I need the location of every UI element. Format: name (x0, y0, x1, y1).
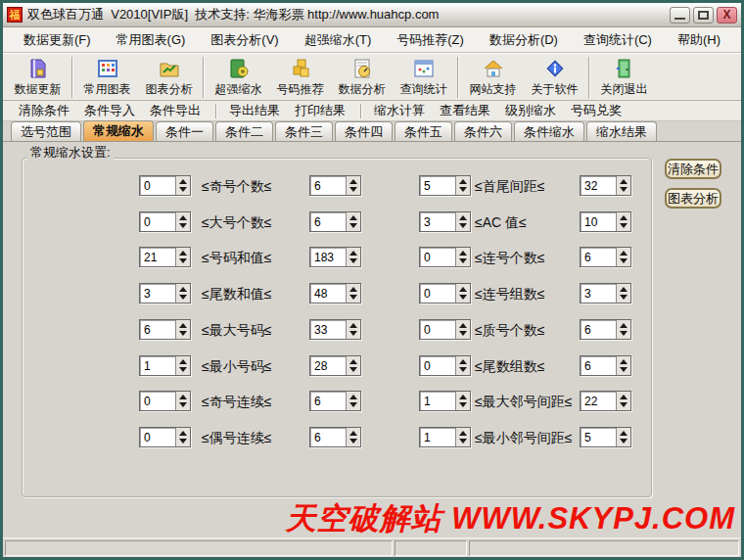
spinner-arrows[interactable] (455, 176, 470, 195)
spin-down-icon[interactable] (459, 187, 467, 192)
number-redeem-button[interactable]: 号码兑奖 (565, 101, 628, 120)
spin-down-icon[interactable] (459, 295, 467, 300)
shrink-calculate-button[interactable]: 缩水计算 (368, 101, 431, 120)
min-spinner[interactable]: 1 (419, 391, 471, 411)
menu-number-recommend[interactable]: 号码推荐(Z) (384, 28, 477, 52)
min-spinner[interactable]: 0 (419, 283, 471, 303)
spin-up-icon[interactable] (459, 251, 467, 256)
maximize-button[interactable] (693, 7, 714, 23)
number-recommend-button[interactable]: 号码推荐 (269, 55, 331, 100)
tab-shrink-results[interactable]: 缩水结果 (586, 121, 657, 141)
menu-chart-analysis[interactable]: 图表分析(V) (198, 28, 291, 52)
max-spinner[interactable]: 3 (580, 283, 631, 303)
chart-analysis-side-button[interactable]: 图表分析 (665, 188, 721, 209)
min-spinner[interactable]: 3 (419, 211, 471, 232)
spin-down-icon[interactable] (620, 367, 628, 372)
export-results-button[interactable]: 导出结果 (223, 101, 286, 120)
spin-up-icon[interactable] (620, 431, 628, 436)
spin-up-icon[interactable] (459, 179, 467, 184)
spin-down-icon[interactable] (620, 439, 628, 443)
spin-down-icon[interactable] (620, 295, 628, 300)
spin-up-icon[interactable] (620, 251, 628, 256)
spin-down-icon[interactable] (620, 223, 628, 228)
spin-down-icon[interactable] (459, 223, 467, 228)
spin-down-icon[interactable] (459, 258, 467, 263)
max-spinner[interactable]: 10 (580, 211, 631, 232)
exit-button[interactable]: 关闭退出 (593, 55, 655, 100)
website-support-button[interactable]: 网站支持 (462, 55, 524, 100)
spin-up-icon[interactable] (459, 323, 467, 328)
spin-down-icon[interactable] (459, 439, 467, 443)
tab-condition-6[interactable]: 条件六 (454, 121, 512, 141)
data-analysis-button[interactable]: 数据分析 (331, 55, 393, 100)
tab-normal-shrink[interactable]: 常规缩水 (83, 120, 154, 141)
close-button[interactable]: X (717, 7, 737, 23)
spinner-arrows[interactable] (616, 428, 630, 446)
spinner-arrows[interactable] (455, 248, 470, 266)
spinner-arrows[interactable] (455, 356, 470, 375)
spin-down-icon[interactable] (459, 402, 467, 407)
spinner-arrows[interactable] (616, 176, 630, 195)
print-results-button[interactable]: 打印结果 (289, 101, 351, 120)
menu-data-update[interactable]: 数据更新(F) (11, 28, 104, 52)
tab-condition-1[interactable]: 条件一 (156, 121, 213, 141)
common-charts-button[interactable]: 常用图表 (76, 55, 138, 100)
spinner-arrows[interactable] (616, 356, 630, 375)
level-shrink-button[interactable]: 级别缩水 (499, 101, 562, 120)
spinner-arrows[interactable] (455, 392, 470, 410)
menu-super-shrink[interactable]: 超强缩水(T) (292, 28, 385, 52)
super-shrink-button[interactable]: 超强缩水 (208, 55, 269, 100)
tab-select-range[interactable]: 选号范围 (11, 121, 81, 141)
chart-analysis-button[interactable]: 图表分析 (138, 55, 200, 100)
spin-down-icon[interactable] (620, 258, 628, 263)
max-spinner[interactable]: 22 (580, 391, 631, 411)
spin-up-icon[interactable] (620, 287, 628, 292)
clear-conditions-button[interactable]: 清除条件 (13, 101, 75, 120)
spinner-arrows[interactable] (455, 284, 470, 303)
spin-up-icon[interactable] (620, 179, 628, 184)
spinner-arrows[interactable] (616, 212, 630, 231)
tab-condition-2[interactable]: 条件二 (215, 121, 273, 141)
spin-up-icon[interactable] (459, 287, 467, 292)
max-spinner[interactable]: 6 (580, 319, 631, 340)
spin-up-icon[interactable] (620, 323, 628, 328)
spinner-arrows[interactable] (616, 392, 630, 410)
spinner-arrows[interactable] (616, 320, 630, 339)
spinner-arrows[interactable] (455, 428, 470, 446)
spin-up-icon[interactable] (459, 431, 467, 436)
spin-up-icon[interactable] (620, 395, 628, 399)
spin-down-icon[interactable] (459, 367, 467, 372)
menu-data-analysis[interactable]: 数据分析(D) (477, 28, 571, 52)
spinner-arrows[interactable] (616, 248, 630, 266)
tab-condition-3[interactable]: 条件三 (275, 121, 333, 141)
max-spinner[interactable]: 6 (580, 355, 631, 376)
tab-condition-5[interactable]: 条件五 (395, 121, 452, 141)
min-spinner[interactable]: 1 (419, 427, 471, 447)
spin-down-icon[interactable] (459, 331, 467, 336)
spin-down-icon[interactable] (620, 402, 628, 407)
max-spinner[interactable]: 5 (580, 427, 631, 447)
spinner-arrows[interactable] (455, 212, 470, 231)
min-spinner[interactable]: 0 (419, 319, 471, 340)
min-spinner[interactable]: 0 (419, 247, 471, 267)
export-conditions-button[interactable]: 条件导出 (144, 101, 207, 120)
view-results-button[interactable]: 查看结果 (434, 101, 496, 120)
max-spinner[interactable]: 6 (580, 247, 631, 267)
about-button[interactable]: 关于软件 (524, 55, 585, 100)
spin-up-icon[interactable] (459, 395, 467, 399)
minimize-button[interactable] (670, 7, 690, 23)
clear-conditions-side-button[interactable]: 清除条件 (665, 159, 721, 179)
query-stats-button[interactable]: 查询统计 (393, 55, 454, 100)
spin-up-icon[interactable] (620, 215, 628, 220)
spin-down-icon[interactable] (620, 331, 628, 336)
spin-down-icon[interactable] (620, 187, 628, 192)
menu-help[interactable]: 帮助(H) (665, 28, 733, 52)
max-spinner[interactable]: 32 (580, 175, 631, 196)
tab-condition-4[interactable]: 条件四 (335, 121, 393, 141)
spin-up-icon[interactable] (620, 359, 628, 364)
spin-up-icon[interactable] (459, 215, 467, 220)
spinner-arrows[interactable] (455, 320, 470, 339)
spinner-arrows[interactable] (616, 284, 630, 303)
min-spinner[interactable]: 0 (419, 355, 471, 376)
data-update-button[interactable]: 数据更新 (7, 55, 69, 100)
